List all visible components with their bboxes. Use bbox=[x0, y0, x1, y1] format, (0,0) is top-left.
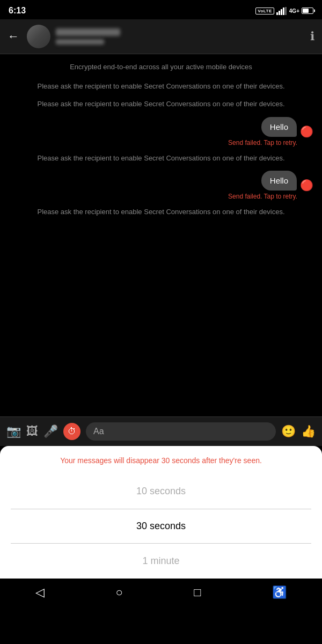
timer-icon: ⏱ bbox=[68, 427, 76, 436]
message-bubble-1[interactable]: Hello bbox=[261, 117, 297, 137]
svg-rect-1 bbox=[279, 11, 280, 15]
info-button[interactable]: ℹ bbox=[310, 30, 314, 43]
nav-bar: ◁ ○ □ ♿ bbox=[0, 579, 322, 609]
chat-area: Encrypted end-to-end across all your act… bbox=[0, 54, 322, 446]
system-message-4: Please ask the recipient to enable Secre… bbox=[9, 207, 313, 217]
back-button[interactable]: ← bbox=[8, 30, 19, 43]
error-icon-2: 🔴 bbox=[300, 180, 313, 191]
mic-button[interactable]: 🎤 bbox=[43, 425, 58, 438]
header-info bbox=[56, 28, 305, 45]
gallery-button[interactable]: 🖼 bbox=[26, 425, 38, 438]
avatar bbox=[27, 25, 50, 48]
camera-button[interactable]: 📷 bbox=[6, 425, 21, 438]
home-nav-button[interactable]: ○ bbox=[116, 586, 123, 599]
disappear-notice: Your messages will disappear 30 seconds … bbox=[0, 446, 322, 474]
contact-name bbox=[56, 28, 120, 36]
time-option-1m[interactable]: 1 minute bbox=[0, 544, 322, 579]
status-icons: VoLTE 4G+ bbox=[255, 7, 313, 15]
error-icon-1: 🔴 bbox=[300, 126, 313, 137]
accessibility-nav-button[interactable]: ♿ bbox=[272, 586, 287, 599]
send-failed-1[interactable]: Send failed. Tap to retry. bbox=[9, 139, 313, 147]
svg-rect-4 bbox=[285, 7, 287, 15]
encryption-notice: Encrypted end-to-end across all your act… bbox=[9, 62, 313, 72]
contact-subtitle bbox=[56, 39, 104, 45]
svg-rect-3 bbox=[283, 8, 284, 15]
system-message-2: Please ask the recipient to enable Secre… bbox=[9, 99, 313, 109]
recent-nav-button[interactable]: □ bbox=[194, 586, 201, 599]
system-message-3: Please ask the recipient to enable Secre… bbox=[9, 153, 313, 164]
svg-rect-0 bbox=[276, 12, 278, 15]
battery-icon bbox=[302, 8, 313, 14]
input-placeholder: Aa bbox=[93, 427, 104, 436]
timer-button[interactable]: ⏱ bbox=[63, 423, 80, 440]
message-row-1: Hello 🔴 bbox=[9, 117, 313, 137]
send-failed-2[interactable]: Send failed. Tap to retry. bbox=[9, 193, 313, 200]
message-row-2: Hello 🔴 bbox=[9, 171, 313, 191]
time-option-10s[interactable]: 10 seconds bbox=[0, 474, 322, 509]
time-option-30s[interactable]: 30 seconds bbox=[0, 509, 322, 544]
volte-badge: VoLTE bbox=[255, 8, 274, 14]
input-bar: 📷 🖼 🎤 ⏱ Aa 🙂 👍 bbox=[0, 416, 322, 446]
text-input[interactable]: Aa bbox=[86, 422, 276, 441]
message-bubble-2[interactable]: Hello bbox=[261, 171, 297, 191]
signal-icon bbox=[276, 7, 287, 15]
svg-rect-2 bbox=[281, 9, 282, 15]
bottom-panel: Your messages will disappear 30 seconds … bbox=[0, 446, 322, 579]
time-options: 10 seconds 30 seconds 1 minute bbox=[0, 474, 322, 579]
status-bar: 6:13 VoLTE 4G+ bbox=[0, 0, 322, 19]
chat-scroll: Encrypted end-to-end across all your act… bbox=[0, 54, 322, 416]
system-message-1: Please ask the recipient to enable Secre… bbox=[9, 81, 313, 92]
back-nav-button[interactable]: ◁ bbox=[35, 586, 45, 599]
emoji-button[interactable]: 🙂 bbox=[281, 425, 296, 438]
network-label: 4G+ bbox=[289, 8, 299, 14]
status-time: 6:13 bbox=[9, 6, 26, 16]
like-button[interactable]: 👍 bbox=[301, 425, 316, 438]
header: ← ℹ bbox=[0, 19, 322, 54]
